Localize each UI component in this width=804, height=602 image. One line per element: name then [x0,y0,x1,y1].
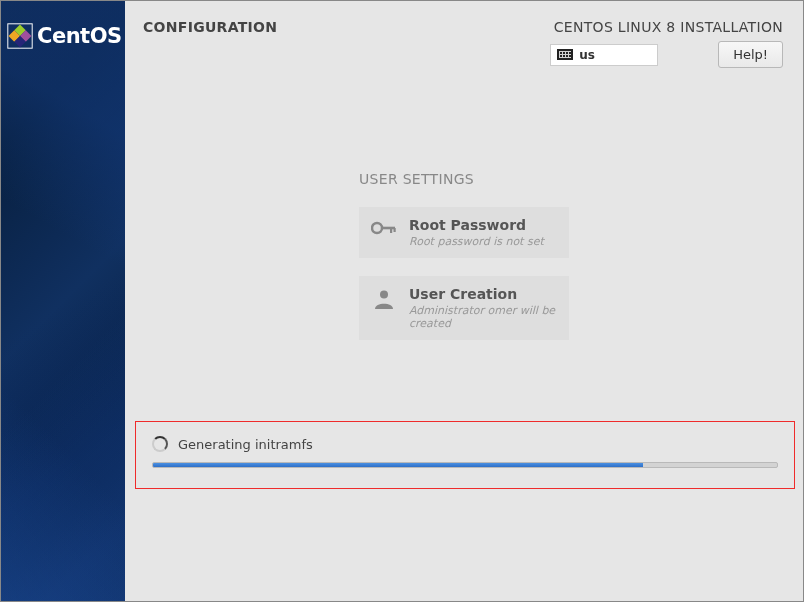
user-creation-subtitle: Administrator omer will be created [409,304,557,330]
main-panel: CONFIGURATION CENTOS LINUX 8 INSTALLATIO… [125,1,803,601]
user-icon [371,286,397,310]
progress-area: Generating initramfs [135,421,795,489]
centos-logo-icon [7,23,33,49]
header: CONFIGURATION CENTOS LINUX 8 INSTALLATIO… [125,1,803,74]
help-button[interactable]: Help! [718,41,783,68]
key-icon [371,217,397,237]
brand: CentOS [7,23,122,49]
section-heading: USER SETTINGS [359,171,569,187]
keyboard-layout-label: us [579,48,595,62]
user-creation-title: User Creation [409,286,557,302]
svg-point-9 [380,291,388,299]
page-title: CONFIGURATION [143,19,277,35]
branding-sidebar: CentOS [1,1,125,601]
spinner-icon [152,436,168,452]
root-password-subtitle: Root password is not set [409,235,557,248]
svg-rect-6 [381,227,395,230]
brand-name: CentOS [37,24,122,48]
user-creation-spoke[interactable]: User Creation Administrator omer will be… [359,276,569,340]
root-password-spoke[interactable]: Root Password Root password is not set [359,207,569,258]
progress-status-text: Generating initramfs [178,437,313,452]
user-settings-section: USER SETTINGS Root Password Root passwor… [125,171,803,358]
svg-rect-7 [390,228,392,233]
svg-point-5 [372,223,382,233]
progress-fill [153,463,643,467]
root-password-title: Root Password [409,217,557,233]
keyboard-layout-indicator[interactable]: us [550,44,658,66]
svg-rect-8 [394,228,396,232]
progress-bar [152,462,778,468]
installation-title: CENTOS LINUX 8 INSTALLATION [550,19,783,35]
keyboard-icon [557,49,573,60]
